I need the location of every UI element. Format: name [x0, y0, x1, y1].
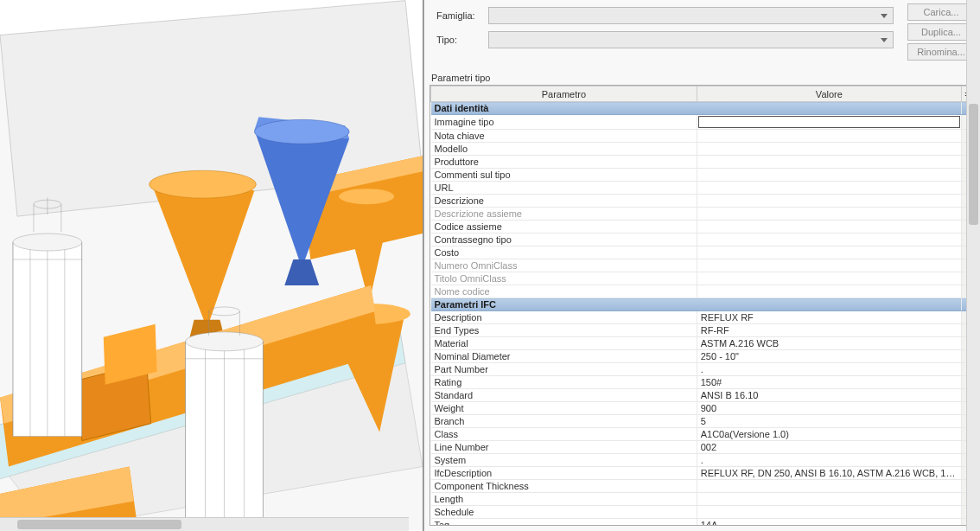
- rename-button[interactable]: Rinomina...: [907, 43, 975, 61]
- parameters-grid[interactable]: Parametro Valore = Dati identitàImmagine…: [430, 85, 975, 526]
- param-value[interactable]: 250 - 10": [697, 350, 961, 363]
- param-name: URL: [431, 182, 697, 195]
- panel-scrollbar-vertical[interactable]: [966, 0, 980, 531]
- param-name: Costo: [431, 246, 697, 259]
- table-row[interactable]: System.: [431, 454, 974, 467]
- param-value[interactable]: A1C0a(Versione 1.0): [697, 428, 961, 441]
- param-name: Nome codice: [431, 285, 697, 298]
- table-row[interactable]: StandardANSI B 16.10: [431, 389, 974, 402]
- param-name: Immagine tipo: [431, 115, 697, 130]
- param-value[interactable]: ASTM A.216 WCB: [697, 337, 961, 350]
- param-value[interactable]: RF-RF: [697, 324, 961, 337]
- table-row[interactable]: Immagine tipo: [431, 115, 974, 130]
- param-value[interactable]: ANSI B 16.10: [697, 389, 961, 402]
- col-parameter[interactable]: Parametro: [431, 86, 697, 102]
- table-row[interactable]: ClassA1C0a(Versione 1.0): [431, 428, 974, 441]
- param-value[interactable]: [697, 143, 961, 156]
- svg-point-14: [339, 189, 394, 204]
- param-name: Material: [431, 337, 697, 350]
- scroll-thumb[interactable]: [969, 104, 978, 225]
- param-value[interactable]: [697, 208, 961, 221]
- param-value[interactable]: [697, 156, 961, 169]
- param-name: Part Number: [431, 363, 697, 376]
- table-row[interactable]: IfcDescriptionREFLUX RF, DN 250, ANSI B …: [431, 467, 974, 480]
- family-select[interactable]: [488, 7, 894, 24]
- param-name: Length: [431, 493, 697, 506]
- table-row[interactable]: Component Thickness: [431, 480, 974, 493]
- param-name: End Types: [431, 324, 697, 337]
- table-row[interactable]: Branch5: [431, 415, 974, 428]
- table-row[interactable]: DescriptionREFLUX RF: [431, 311, 974, 324]
- table-row[interactable]: Descrizione assieme: [431, 208, 974, 221]
- param-name: Schedule: [431, 506, 697, 519]
- family-label: Famiglia:: [436, 10, 481, 21]
- table-row[interactable]: URL: [431, 182, 974, 195]
- param-value[interactable]: [697, 259, 961, 272]
- param-value[interactable]: [697, 234, 961, 246]
- 3d-viewport[interactable]: [0, 0, 423, 531]
- param-value[interactable]: REFLUX RF, DN 250, ANSI B 16.10, ASTM A.…: [697, 467, 961, 480]
- table-row[interactable]: Titolo OmniClass: [431, 272, 974, 285]
- table-row[interactable]: Descrizione: [431, 195, 974, 208]
- param-value[interactable]: [697, 285, 961, 298]
- param-value[interactable]: [697, 182, 961, 195]
- scroll-thumb[interactable]: [17, 520, 181, 529]
- table-row[interactable]: Costo: [431, 246, 974, 259]
- param-value[interactable]: 002: [697, 441, 961, 454]
- section-header[interactable]: Dati identità: [431, 102, 974, 115]
- param-name: Class: [431, 428, 697, 441]
- param-value[interactable]: .: [697, 454, 961, 467]
- param-value[interactable]: [697, 195, 961, 208]
- table-row[interactable]: Modello: [431, 143, 974, 156]
- param-name: Rating: [431, 376, 697, 389]
- param-value[interactable]: 150#: [697, 376, 961, 389]
- table-row[interactable]: MaterialASTM A.216 WCB: [431, 337, 974, 350]
- param-name: Produttore: [431, 156, 697, 169]
- table-row[interactable]: Contrassegno tipo: [431, 234, 974, 246]
- table-row[interactable]: Nota chiave: [431, 130, 974, 143]
- col-value[interactable]: Valore: [697, 86, 961, 102]
- param-value[interactable]: 5: [697, 415, 961, 428]
- param-value[interactable]: [697, 130, 961, 143]
- param-value[interactable]: [697, 169, 961, 182]
- param-value[interactable]: [697, 246, 961, 259]
- table-row[interactable]: Length: [431, 493, 974, 506]
- param-value[interactable]: [697, 493, 961, 506]
- param-value[interactable]: REFLUX RF: [697, 311, 961, 324]
- table-row[interactable]: Weight900: [431, 402, 974, 415]
- param-value[interactable]: [697, 480, 961, 493]
- param-name: Standard: [431, 389, 697, 402]
- param-name: Contrassegno tipo: [431, 234, 697, 246]
- table-row[interactable]: End TypesRF-RF: [431, 324, 974, 337]
- section-header[interactable]: Parametri IFC: [431, 298, 974, 311]
- table-row[interactable]: Schedule: [431, 506, 974, 519]
- table-row[interactable]: Line Number002: [431, 441, 974, 454]
- svg-point-40: [186, 332, 264, 351]
- table-row[interactable]: Commenti sul tipo: [431, 169, 974, 182]
- table-row[interactable]: Nome codice: [431, 285, 974, 298]
- duplicate-button[interactable]: Duplica...: [907, 23, 975, 41]
- table-row[interactable]: Nominal Diameter250 - 10": [431, 350, 974, 363]
- param-name: Branch: [431, 415, 697, 428]
- param-value[interactable]: [697, 115, 961, 130]
- param-value[interactable]: [697, 221, 961, 234]
- param-value[interactable]: .: [697, 363, 961, 376]
- table-row[interactable]: Codice assieme: [431, 221, 974, 234]
- param-name: Description: [431, 311, 697, 324]
- table-row[interactable]: Rating150#: [431, 376, 974, 389]
- param-value[interactable]: 14A: [697, 519, 961, 527]
- param-name: Numero OmniClass: [431, 259, 697, 272]
- table-row[interactable]: Tag14A: [431, 519, 974, 527]
- svg-point-11: [150, 170, 257, 198]
- param-name: Nominal Diameter: [431, 350, 697, 363]
- type-select[interactable]: [488, 31, 894, 48]
- param-value[interactable]: [697, 272, 961, 285]
- param-value[interactable]: 900: [697, 402, 961, 415]
- table-row[interactable]: Part Number.: [431, 363, 974, 376]
- load-button[interactable]: Carica...: [907, 3, 975, 21]
- param-name: Line Number: [431, 441, 697, 454]
- table-row[interactable]: Produttore: [431, 156, 974, 169]
- param-value[interactable]: [697, 506, 961, 519]
- viewport-scrollbar-horizontal[interactable]: [0, 517, 409, 531]
- table-row[interactable]: Numero OmniClass: [431, 259, 974, 272]
